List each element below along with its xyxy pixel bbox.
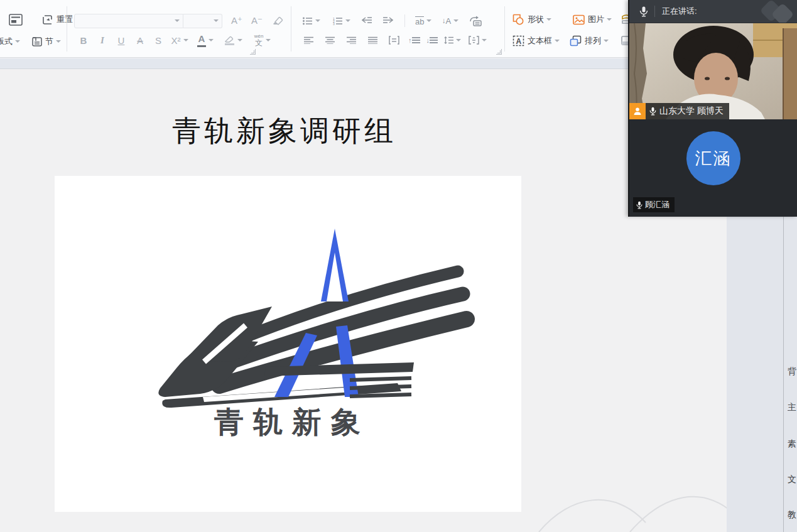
background-curves — [533, 485, 734, 532]
text-shadow-button[interactable]: S — [149, 32, 167, 48]
chevron-down-icon — [426, 19, 431, 22]
toolbar-separator — [504, 6, 505, 52]
chevron-down-icon — [456, 39, 461, 41]
mic-icon — [649, 107, 656, 116]
italic-button[interactable]: I — [93, 32, 112, 48]
meeting-header: 正在讲话: — [629, 0, 797, 23]
decrease-font-button[interactable]: A⁻ — [251, 13, 263, 29]
font-dialog-launcher[interactable] — [250, 49, 256, 55]
font-size-select[interactable] — [183, 14, 222, 28]
insert-group: 形状 图片 A 文本框 排列 — [512, 0, 638, 58]
section-dropdown[interactable]: 节 — [31, 33, 61, 50]
increase-indent-button[interactable] — [382, 13, 393, 29]
convert-to-smartart-button[interactable] — [469, 13, 482, 29]
chevron-down-icon — [56, 40, 61, 43]
chevron-down-icon — [315, 19, 320, 22]
logo-image[interactable]: 青轨新象 — [55, 176, 521, 512]
font-name-select[interactable] — [74, 14, 183, 28]
section-label: 节 — [45, 36, 53, 47]
mini-separator — [404, 14, 405, 27]
logo-wordmark: 青轨新象 — [214, 405, 370, 438]
mic-icon — [636, 201, 642, 209]
chevron-down-icon — [209, 39, 214, 41]
chevron-down-icon — [607, 18, 612, 21]
clipped-toolbar-icon[interactable] — [621, 14, 628, 25]
decrease-indent-button[interactable] — [362, 13, 372, 29]
superscript-dropdown[interactable]: X² — [167, 32, 192, 48]
distribute-text-button[interactable] — [386, 32, 402, 48]
picture-dropdown[interactable]: 图片 — [573, 11, 612, 28]
slide-layout-icon[interactable] — [5, 11, 26, 28]
header-divider — [654, 6, 655, 17]
chevron-down-icon — [345, 19, 350, 22]
paragraph-group: 123 ab ↓ A — [300, 0, 501, 58]
chevron-down-icon — [453, 19, 458, 22]
decrease-paragraph-spacing-button[interactable]: ↓ — [426, 32, 438, 48]
reset-button[interactable]: 重置 — [41, 11, 73, 28]
meeting-overlay[interactable]: 正在讲话: — [628, 0, 797, 217]
layout-dropdown[interactable]: 版式 — [0, 33, 20, 50]
panel-item-fragment[interactable]: 主 — [788, 402, 797, 413]
panel-item-fragment[interactable]: 背 — [788, 366, 797, 377]
host-badge — [629, 103, 646, 119]
textbox-dropdown[interactable]: A 文本框 — [512, 33, 560, 49]
align-center-button[interactable] — [322, 32, 338, 48]
chevron-down-icon — [237, 39, 242, 41]
video-tile-participant1[interactable]: 山东大学 顾博天 — [629, 23, 797, 119]
phonetic-guide-dropdown[interactable]: wén 文 — [247, 32, 278, 48]
participant2-avatar: 汇涵 — [686, 131, 740, 185]
highlight-swatch — [225, 43, 234, 45]
numbered-list-dropdown[interactable]: 123 — [330, 13, 353, 29]
font-color-dropdown[interactable]: A — [192, 32, 219, 48]
reset-label: 重置 — [57, 14, 73, 25]
font-group: A⁺ A⁻ B I U A S X² A wén 文 — [74, 0, 290, 58]
chevron-down-icon — [482, 39, 487, 41]
layout-label: 版式 — [0, 36, 13, 47]
avatar-text: 汇涵 — [695, 147, 732, 170]
clipped-toolbar-icon[interactable] — [621, 35, 628, 46]
bullet-list-dropdown[interactable] — [300, 13, 323, 29]
participant1-name: 山东大学 顾博天 — [659, 106, 724, 117]
panel-item-fragment[interactable]: 教 — [788, 509, 797, 521]
underline-button[interactable]: U — [112, 32, 131, 48]
character-spacing-dropdown[interactable]: ab — [415, 13, 431, 29]
paragraph-settings-dropdown[interactable] — [469, 32, 487, 48]
person-icon — [633, 107, 642, 116]
align-left-button[interactable] — [300, 32, 317, 48]
panel-item-fragment[interactable]: 素 — [788, 438, 797, 450]
panel-item-fragment[interactable]: 文 — [788, 474, 797, 486]
lines-icon — [412, 37, 420, 43]
clear-format-button[interactable] — [271, 13, 283, 29]
font-color-swatch — [197, 45, 206, 47]
mic-icon — [639, 6, 648, 17]
speaking-label: 正在讲话: — [662, 6, 697, 17]
svg-text:A: A — [516, 37, 522, 46]
chevron-down-icon — [604, 40, 609, 42]
participant2-name: 顾汇涵 — [645, 199, 670, 210]
participant1-name-strip: 山东大学 顾博天 — [629, 103, 729, 119]
video-tile-participant2[interactable]: 汇涵 顾汇涵 — [629, 119, 797, 217]
chevron-down-icon — [266, 39, 271, 41]
meeting-app-logo — [762, 0, 797, 23]
text-direction-dropdown[interactable]: ↓ A — [442, 13, 458, 29]
strikethrough-button[interactable]: A — [131, 32, 149, 48]
arrange-dropdown[interactable]: 排列 — [570, 33, 609, 49]
highlight-color-dropdown[interactable] — [219, 32, 247, 48]
slide-title[interactable]: 青轨新象调研组 — [172, 112, 396, 151]
shapes-dropdown[interactable]: 形状 — [512, 11, 551, 28]
increase-font-button[interactable]: A⁺ — [231, 13, 242, 29]
panel-divider — [783, 217, 784, 532]
svg-text:3: 3 — [333, 22, 335, 25]
increase-paragraph-spacing-button[interactable]: ↑ — [408, 32, 420, 48]
bold-button[interactable]: B — [74, 32, 93, 48]
chevron-down-icon — [183, 39, 188, 41]
align-right-button[interactable] — [343, 32, 359, 48]
participant2-name-strip: 顾汇涵 — [633, 197, 675, 212]
chevron-down-icon — [555, 40, 560, 42]
chevron-down-icon — [214, 19, 219, 22]
train-logo-graphic: 青轨新象 — [55, 176, 521, 512]
toolbar-separator — [67, 6, 67, 52]
line-spacing-dropdown[interactable] — [444, 32, 461, 48]
justify-button[interactable] — [364, 32, 381, 48]
paragraph-dialog-launcher[interactable] — [496, 49, 502, 55]
